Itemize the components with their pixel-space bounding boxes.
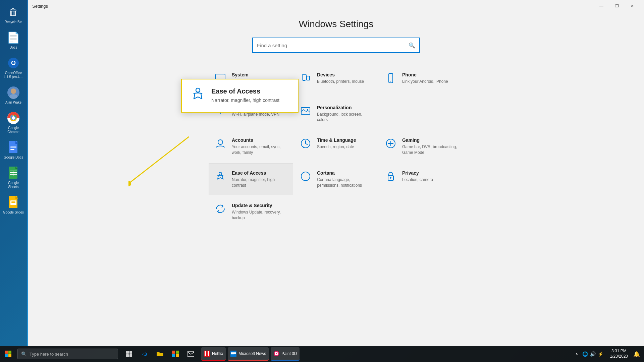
clock-time: 3:31 PM <box>610 349 628 354</box>
accounts-name: Accounts <box>232 137 287 143</box>
sidebar-item-google-slides[interactable]: Google Slides <box>1 193 25 217</box>
notification-button[interactable]: 🔔 <box>632 351 641 357</box>
search-icon: 🔍 <box>409 42 415 49</box>
ease-name: Ease of Access <box>232 170 287 176</box>
desktop-sidebar: 🗑 Recycle Bin 📄 Docs O OpenOffice 4.1.5 … <box>0 0 27 346</box>
svg-rect-54 <box>172 351 175 354</box>
search-box[interactable]: 🔍 <box>252 38 420 53</box>
svg-point-32 <box>390 81 391 82</box>
svg-point-68 <box>276 353 277 354</box>
settings-item-cortana[interactable]: Cortana Cortana language, permissions, n… <box>294 163 378 195</box>
svg-rect-49 <box>8 354 11 357</box>
svg-rect-65 <box>231 355 234 355</box>
alan-wake-label: Alan Wake <box>5 101 21 105</box>
settings-item-accounts[interactable]: Accounts Your accounts, email, sync, wor… <box>209 130 293 163</box>
taskbar-clock[interactable]: 3:31 PM 1/23/2020 <box>607 349 631 359</box>
phone-icon <box>385 73 397 83</box>
svg-rect-30 <box>303 80 305 81</box>
ease-icon <box>214 171 226 182</box>
svg-point-7 <box>11 88 16 94</box>
task-view-button[interactable] <box>122 347 136 361</box>
phone-text: Phone Link your Android, iPhone <box>402 72 458 84</box>
svg-rect-18 <box>10 171 17 171</box>
devices-text: Devices Bluetooth, printers, mouse <box>317 72 373 84</box>
svg-rect-47 <box>8 351 11 354</box>
openoffice-icon: O <box>7 56 20 70</box>
taskbar-search[interactable]: 🔍 Type here to search <box>17 349 118 359</box>
window-title: Settings <box>32 4 48 9</box>
tray-network-icon[interactable]: 🌐 <box>582 351 588 357</box>
svg-rect-16 <box>10 149 14 150</box>
svg-rect-53 <box>129 354 132 357</box>
tray-up-arrow[interactable]: ∧ <box>575 352 578 356</box>
google-sheets-icon <box>7 166 20 180</box>
settings-item-gaming[interactable]: Gaming Game bar, DVR, broadcasting, Game… <box>379 130 464 163</box>
settings-item-ease[interactable]: Ease of Access Narrator, magnifier, high… <box>209 163 293 195</box>
cortana-text: Cortana Cortana language, permissions, n… <box>317 170 373 188</box>
svg-rect-48 <box>5 354 8 357</box>
recycle-bin-label: Recycle Bin <box>5 20 22 24</box>
clock-date: 1/23/2020 <box>610 354 628 359</box>
tray-battery-icon[interactable]: ⚡ <box>598 351 603 357</box>
taskbar-icon-edge[interactable] <box>138 347 152 361</box>
svg-rect-52 <box>126 354 129 357</box>
svg-rect-46 <box>5 351 8 354</box>
taskbar-icon-mail[interactable] <box>184 347 198 361</box>
svg-rect-14 <box>10 146 16 146</box>
time-desc: Speech, region, date <box>317 144 373 150</box>
time-text: Time & Language Speech, region, date <box>317 137 373 150</box>
sidebar-item-recycle-bin[interactable]: 🗑 Recycle Bin <box>1 3 25 27</box>
settings-item-privacy[interactable]: Privacy Location, camera <box>379 163 464 195</box>
sidebar-item-google-chrome[interactable]: Google Chrome <box>1 109 25 137</box>
taskbar-icon-explorer[interactable] <box>153 347 167 361</box>
settings-item-devices[interactable]: Devices Bluetooth, printers, mouse <box>294 65 378 97</box>
tooltip-ease-icon <box>190 86 206 105</box>
tooltip-desc: Narrator, magnifier, high contrast <box>211 97 279 104</box>
update-desc: Windows Update, recovery, backup <box>232 209 287 221</box>
minimize-button[interactable]: — <box>594 1 609 11</box>
tray-volume-icon[interactable]: 🔊 <box>590 351 596 357</box>
settings-item-update[interactable]: Update & Security Windows Update, recove… <box>209 196 293 228</box>
personalization-desc: Background, lock screen, colors <box>317 112 373 123</box>
accounts-desc: Your accounts, email, sync, work, family <box>232 144 287 156</box>
sidebar-item-google-docs[interactable]: Google Docs <box>1 138 25 162</box>
taskbar-netflix[interactable]: Netflix <box>201 347 226 361</box>
taskbar-news[interactable]: Microsoft News <box>228 347 269 361</box>
settings-item-time[interactable]: A Time & Language Speech, region, date <box>294 130 378 163</box>
devices-icon <box>300 73 312 83</box>
phone-desc: Link your Android, iPhone <box>402 79 458 84</box>
settings-item-personalization[interactable]: Personalization Background, lock screen,… <box>294 98 378 130</box>
sidebar-item-docs[interactable]: 📄 Docs <box>1 28 25 52</box>
title-bar: Settings — ❐ ✕ <box>28 0 644 12</box>
tray-icons: 🌐 🔊 ⚡ <box>580 351 606 357</box>
netflix-label: Netflix <box>212 351 223 356</box>
close-button[interactable]: ✕ <box>625 1 640 11</box>
taskbar-search-text: Type here to search <box>30 352 68 357</box>
svg-text:O: O <box>11 60 16 66</box>
sidebar-item-google-sheets[interactable]: Google Sheets <box>1 164 25 192</box>
personalization-text: Personalization Background, lock screen,… <box>317 105 373 123</box>
gaming-desc: Game bar, DVR, broadcasting, Game Mode <box>402 144 458 156</box>
time-name: Time & Language <box>317 137 373 143</box>
taskbar-search-icon: 🔍 <box>21 351 27 357</box>
gaming-name: Gaming <box>402 137 458 143</box>
sidebar-item-alan-wake[interactable]: Alan Wake <box>1 83 25 107</box>
svg-point-12 <box>12 116 15 120</box>
system-name: System <box>232 72 287 77</box>
google-slides-label: Google Slides <box>3 210 24 215</box>
maximize-button[interactable]: ❐ <box>609 1 625 11</box>
recycle-bin-icon: 🗑 <box>7 5 20 19</box>
docs-icon: 📄 <box>7 31 20 44</box>
google-docs-icon <box>7 141 20 154</box>
sidebar-item-openoffice[interactable]: O OpenOffice 4.1.5 (en-U... <box>1 54 25 82</box>
search-input[interactable] <box>257 43 405 48</box>
update-icon <box>214 203 226 214</box>
start-button[interactable] <box>0 346 16 362</box>
taskbar-paint3d[interactable]: Paint 3D <box>271 347 300 361</box>
paint3d-label: Paint 3D <box>281 351 297 356</box>
settings-item-phone[interactable]: Phone Link your Android, iPhone <box>379 65 464 97</box>
taskbar-icon-store[interactable] <box>168 347 182 361</box>
update-name: Update & Security <box>232 203 287 208</box>
tooltip-popup: Ease of Access Narrator, magnifier, high… <box>181 79 299 113</box>
gaming-text: Gaming Game bar, DVR, broadcasting, Game… <box>402 137 458 156</box>
